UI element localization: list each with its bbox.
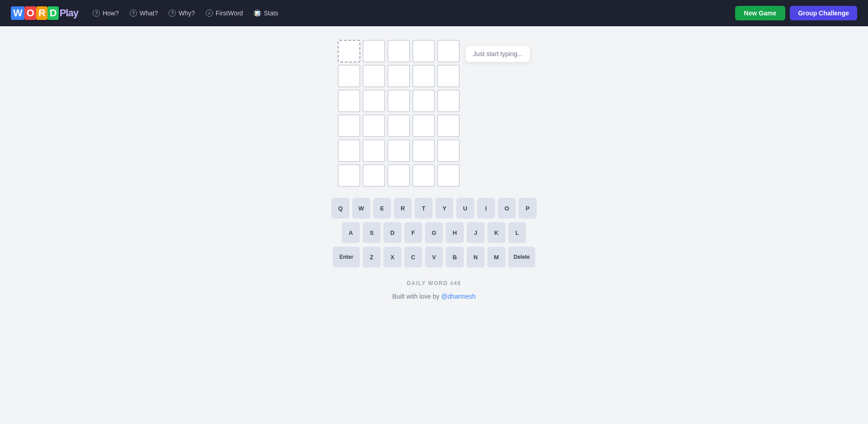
firstword-icon: ≡ — [206, 10, 213, 17]
logo[interactable]: W O R D Play — [11, 6, 78, 20]
key-k[interactable]: K — [487, 222, 505, 243]
key-a[interactable]: A — [342, 222, 360, 243]
key-n[interactable]: N — [467, 247, 485, 267]
grid-cell — [412, 114, 435, 137]
game-grid — [338, 40, 460, 187]
nav-why[interactable]: ? Why? — [169, 10, 195, 17]
key-q[interactable]: Q — [331, 198, 349, 219]
grid-cell — [363, 139, 385, 162]
key-j[interactable]: J — [467, 222, 485, 243]
main-content: Just start typing... QWERTYUIOPASDFGHJKL… — [0, 26, 868, 314]
typing-tooltip: Just start typing... — [465, 45, 530, 62]
nav-how-label: How? — [103, 10, 119, 17]
footer-link[interactable]: @dharmesh — [441, 293, 476, 300]
what-icon: ? — [130, 10, 137, 17]
grid-cell — [387, 164, 410, 187]
grid-cell — [338, 114, 360, 137]
footer-text: Built with love by — [392, 293, 441, 300]
key-i[interactable]: I — [477, 198, 495, 219]
grid-cell — [363, 90, 385, 112]
grid-cell — [387, 139, 410, 162]
logo-play: Play — [60, 7, 78, 19]
grid-cell — [363, 114, 385, 137]
grid-cell — [387, 40, 410, 62]
nav-actions: New Game Group Challenge — [735, 6, 857, 20]
grid-cell — [338, 139, 360, 162]
footer: Built with love by @dharmesh — [392, 293, 476, 300]
grid-cell — [338, 164, 360, 187]
key-b[interactable]: B — [446, 247, 464, 267]
grid-cell — [387, 90, 410, 112]
key-e[interactable]: E — [373, 198, 391, 219]
keyboard-row-1: ASDFGHJKL — [342, 222, 526, 243]
grid-cell — [437, 90, 460, 112]
grid-cell — [412, 65, 435, 87]
key-f[interactable]: F — [404, 222, 422, 243]
key-x[interactable]: X — [383, 247, 401, 267]
key-r[interactable]: R — [394, 198, 412, 219]
why-icon: ? — [169, 10, 176, 17]
key-l[interactable]: L — [508, 222, 526, 243]
key-y[interactable]: Y — [435, 198, 453, 219]
grid-cell — [412, 40, 435, 62]
grid-cell — [363, 40, 385, 62]
key-t[interactable]: T — [415, 198, 433, 219]
key-u[interactable]: U — [456, 198, 474, 219]
key-g[interactable]: G — [425, 222, 443, 243]
grid-cell — [437, 139, 460, 162]
key-c[interactable]: C — [404, 247, 422, 267]
key-z[interactable]: Z — [363, 247, 381, 267]
key-o[interactable]: O — [498, 198, 516, 219]
nav-links: ? How? ? What? ? Why? ≡ FirstWord 📊 Stat… — [93, 10, 721, 17]
key-h[interactable]: H — [446, 222, 464, 243]
nav-what[interactable]: ? What? — [130, 10, 158, 17]
daily-word-label: DAILY WORD #46 — [407, 280, 461, 286]
grid-cell — [437, 164, 460, 187]
grid-cell — [437, 40, 460, 62]
key-s[interactable]: S — [363, 222, 381, 243]
grid-cell — [437, 114, 460, 137]
grid-cell — [338, 90, 360, 112]
grid-cell — [437, 65, 460, 87]
nav-firstword[interactable]: ≡ FirstWord — [206, 10, 243, 17]
logo-o: O — [24, 6, 36, 20]
grid-cell — [338, 40, 360, 62]
grid-cell — [363, 164, 385, 187]
nav-how[interactable]: ? How? — [93, 10, 119, 17]
grid-cell — [338, 65, 360, 87]
nav-why-label: Why? — [179, 10, 195, 17]
keyboard: QWERTYUIOPASDFGHJKLEnterZXCVBNMDelete — [331, 198, 537, 267]
key-enter[interactable]: Enter — [333, 247, 360, 267]
grid-cell — [387, 114, 410, 137]
keyboard-row-2: EnterZXCVBNMDelete — [333, 247, 535, 267]
navbar: W O R D Play ? How? ? What? ? Why? ≡ Fir… — [0, 0, 868, 26]
group-challenge-button[interactable]: Group Challenge — [790, 6, 857, 20]
key-delete[interactable]: Delete — [508, 247, 535, 267]
grid-cell — [387, 65, 410, 87]
keyboard-row-0: QWERTYUIOP — [331, 198, 537, 219]
logo-r: R — [36, 6, 47, 20]
grid-cell — [363, 65, 385, 87]
how-icon: ? — [93, 10, 100, 17]
nav-what-label: What? — [140, 10, 158, 17]
grid-cell — [412, 139, 435, 162]
key-m[interactable]: M — [487, 247, 505, 267]
logo-d: D — [47, 6, 59, 20]
grid-wrapper: Just start typing... — [338, 40, 530, 187]
key-v[interactable]: V — [425, 247, 443, 267]
nav-stats-label: Stats — [264, 10, 278, 17]
key-p[interactable]: P — [519, 198, 537, 219]
grid-cell — [412, 164, 435, 187]
grid-cell — [412, 90, 435, 112]
key-d[interactable]: D — [383, 222, 401, 243]
nav-firstword-label: FirstWord — [216, 10, 243, 17]
nav-stats[interactable]: 📊 Stats — [254, 10, 278, 17]
stats-icon: 📊 — [254, 10, 261, 17]
key-w[interactable]: W — [352, 198, 370, 219]
new-game-button[interactable]: New Game — [735, 6, 786, 20]
logo-w: W — [11, 6, 24, 20]
